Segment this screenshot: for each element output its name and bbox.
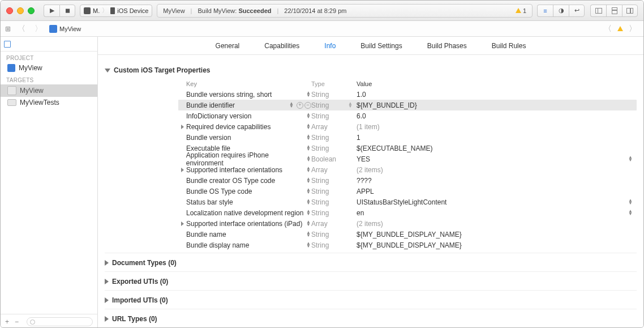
tab-build-phases[interactable]: Build Phases xyxy=(426,39,468,53)
plist-row[interactable]: InfoDictionary versionString6.0 xyxy=(178,110,637,121)
value-stepper[interactable] xyxy=(628,199,633,205)
plist-row[interactable]: Bundle nameString${MY_BUNDLE_DISPLAY_NAM… xyxy=(178,229,637,240)
disclosure-triangle-icon[interactable] xyxy=(181,125,184,129)
project-section-header: PROJECT xyxy=(1,52,97,62)
add-target-button[interactable]: + xyxy=(5,318,9,326)
sidebar-footer: + − xyxy=(1,314,97,328)
remove-target-button[interactable]: − xyxy=(15,318,19,326)
key-stepper[interactable] xyxy=(306,124,311,129)
outline-view-icon[interactable] xyxy=(4,41,11,48)
assistant-editor-button[interactable]: ◑ xyxy=(553,5,569,17)
toggle-right-panel-button[interactable] xyxy=(622,5,638,17)
run-button[interactable]: ▶ xyxy=(44,5,59,17)
section-exported-utis[interactable]: Exported UTIs (0) xyxy=(105,271,637,290)
plist-value[interactable]: 1 xyxy=(357,134,360,142)
sidebar-item-target[interactable]: MyView xyxy=(1,84,97,97)
key-stepper[interactable] xyxy=(306,210,311,215)
plist-value[interactable]: UIStatusBarStyleLightContent xyxy=(357,198,446,206)
plist-row[interactable]: Supported interface orientationsArray(2 … xyxy=(178,164,637,175)
zoom-window-button[interactable] xyxy=(28,7,35,14)
key-stepper[interactable] xyxy=(306,92,311,97)
warning-count: 1 xyxy=(523,7,526,14)
minimize-window-button[interactable] xyxy=(17,7,24,14)
toggle-bottom-panel-button[interactable] xyxy=(606,5,622,17)
main-split: PROJECT MyView TARGETS MyView MyViewTest… xyxy=(1,37,643,328)
plist-value[interactable]: ???? xyxy=(357,177,372,185)
key-stepper[interactable] xyxy=(306,199,311,205)
key-stepper[interactable] xyxy=(306,167,311,172)
back-button[interactable]: 〈 xyxy=(15,24,28,34)
section-header[interactable]: Custom iOS Target Properties xyxy=(105,61,637,79)
key-stepper[interactable] xyxy=(289,103,294,108)
breadcrumb[interactable]: MyView xyxy=(49,25,81,33)
plist-type: Array xyxy=(311,123,328,131)
plist-value[interactable]: ${MY_BUNDLE_DISPLAY_NAME} xyxy=(357,241,462,249)
plist-value[interactable]: APPL xyxy=(357,188,374,195)
sidebar-item-target[interactable]: MyViewTests xyxy=(1,97,97,108)
plist-key: Localization native development region xyxy=(186,209,303,217)
plist-row[interactable]: Bundle identifier+−String${MY_BUNDLE_ID} xyxy=(178,100,637,110)
plist-value[interactable]: ${MY_BUNDLE_ID} xyxy=(357,101,417,109)
section-document-types[interactable]: Document Types (0) xyxy=(105,253,637,271)
filter-field[interactable] xyxy=(27,317,93,326)
plist-row[interactable]: Bundle versions string, shortString1.0 xyxy=(178,89,637,100)
tab-general[interactable]: General xyxy=(214,39,241,53)
add-remove-buttons[interactable]: +− xyxy=(297,102,311,109)
tab-build-rules[interactable]: Build Rules xyxy=(491,39,527,53)
plist-row[interactable]: Bundle creator OS Type codeString???? xyxy=(178,175,637,186)
standard-editor-button[interactable]: ≡ xyxy=(537,5,553,17)
version-editor-button[interactable]: ↩ xyxy=(569,5,585,17)
plist-row[interactable]: Bundle display nameString${MY_BUNDLE_DIS… xyxy=(178,240,637,250)
project-icon xyxy=(7,64,15,72)
plist-value[interactable]: YES xyxy=(357,155,370,163)
scheme-selector[interactable]: M. 〉 iOS Device xyxy=(80,5,152,17)
tab-build-settings[interactable]: Build Settings xyxy=(359,39,403,53)
sidebar-item-project[interactable]: MyView xyxy=(1,62,97,74)
plist-row[interactable]: Required device capabilitiesArray(1 item… xyxy=(178,121,637,132)
plist-row[interactable]: Localization native development regionSt… xyxy=(178,207,637,218)
status-build: Build MyView: Succeeded xyxy=(198,7,271,14)
plist-row[interactable]: Bundle versionString1 xyxy=(178,132,637,143)
disclosure-triangle-icon[interactable] xyxy=(181,221,184,226)
col-type-label: Type xyxy=(311,80,325,87)
plist-row[interactable]: Supported interface orientations (iPad)A… xyxy=(178,218,637,229)
project-icon xyxy=(49,25,57,33)
value-stepper[interactable] xyxy=(628,156,633,161)
related-items-icon[interactable]: ⊞ xyxy=(5,25,11,33)
key-stepper[interactable] xyxy=(306,221,311,226)
plist-row[interactable]: Bundle OS Type codeStringAPPL xyxy=(178,186,637,197)
section-url-types[interactable]: URL Types (0) xyxy=(105,309,637,327)
key-stepper[interactable] xyxy=(306,113,311,118)
plist-value[interactable]: (1 item) xyxy=(357,123,380,131)
plist-type: Array xyxy=(311,220,328,228)
stop-button[interactable]: ◼ xyxy=(59,5,75,17)
plist-value[interactable]: 1.0 xyxy=(357,91,366,99)
key-stepper[interactable] xyxy=(306,242,311,248)
plist-row[interactable]: Status bar styleStringUIStatusBarStyleLi… xyxy=(178,197,637,207)
key-stepper[interactable] xyxy=(306,178,311,183)
plist-value[interactable]: en xyxy=(357,209,364,217)
section-imported-utis[interactable]: Imported UTIs (0) xyxy=(105,290,637,309)
disclosure-triangle-icon[interactable] xyxy=(181,168,184,172)
plist-value[interactable]: (2 items) xyxy=(357,220,383,228)
tab-capabilities[interactable]: Capabilities xyxy=(263,39,300,53)
plist-value[interactable]: ${MY_BUNDLE_DISPLAY_NAME} xyxy=(357,231,462,238)
key-stepper[interactable] xyxy=(306,146,311,151)
value-stepper[interactable] xyxy=(628,210,633,215)
key-stepper[interactable] xyxy=(306,156,311,161)
plist-value[interactable]: $(EXECUTABLE_NAME) xyxy=(357,144,432,152)
tab-info[interactable]: Info xyxy=(323,39,337,53)
plist-value[interactable]: (2 items) xyxy=(357,166,383,174)
warning-badge[interactable]: 1 xyxy=(516,7,526,14)
type-stepper[interactable] xyxy=(347,103,353,108)
next-issue-button[interactable]: 〉 xyxy=(626,24,639,34)
plist-value[interactable]: 6.0 xyxy=(357,112,366,120)
prev-issue-button[interactable]: 〈 xyxy=(602,24,614,34)
plist-row[interactable]: Application requires iPhone environmentB… xyxy=(178,154,637,164)
toggle-left-panel-button[interactable] xyxy=(590,5,606,17)
key-stepper[interactable] xyxy=(306,135,311,140)
key-stepper[interactable] xyxy=(306,232,311,237)
key-stepper[interactable] xyxy=(306,189,311,194)
forward-button[interactable]: 〉 xyxy=(32,24,45,34)
close-window-button[interactable] xyxy=(6,7,13,14)
